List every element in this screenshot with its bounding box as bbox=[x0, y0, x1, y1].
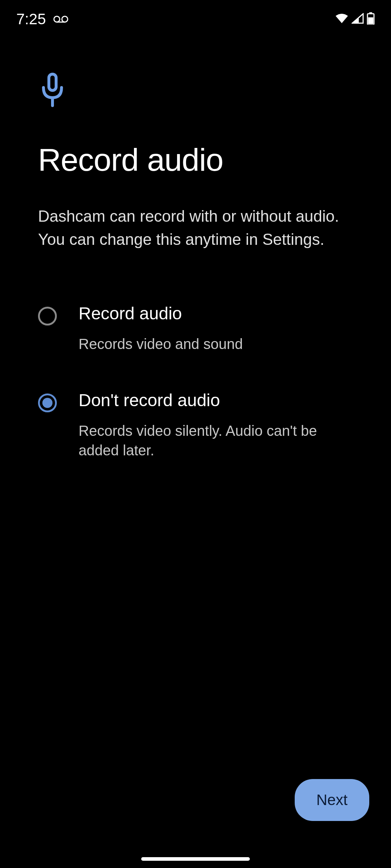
next-button[interactable]: Next bbox=[295, 779, 369, 821]
page-title: Record audio bbox=[38, 142, 353, 178]
radio-button[interactable] bbox=[38, 393, 57, 412]
radio-content: Don't record audio Records video silentl… bbox=[79, 390, 353, 460]
navigation-bar-handle[interactable] bbox=[141, 857, 250, 861]
radio-label: Don't record audio bbox=[79, 390, 353, 411]
cellular-icon bbox=[352, 13, 364, 25]
footer: Next bbox=[295, 779, 369, 821]
wifi-icon bbox=[335, 13, 349, 25]
status-bar: 7:25 bbox=[0, 0, 391, 33]
status-right bbox=[335, 12, 375, 26]
radio-group: Record audio Records video and sound Don… bbox=[38, 303, 353, 460]
svg-rect-6 bbox=[49, 74, 56, 90]
page-description: Dashcam can record with or without audio… bbox=[38, 205, 353, 251]
svg-rect-5 bbox=[368, 17, 373, 24]
status-left: 7:25 bbox=[16, 10, 68, 28]
voicemail-icon bbox=[53, 16, 68, 23]
svg-point-0 bbox=[54, 16, 60, 22]
microphone-icon bbox=[38, 72, 353, 110]
battery-icon bbox=[367, 12, 375, 26]
radio-sublabel: Records video silently. Audio can't be a… bbox=[79, 421, 353, 460]
svg-point-1 bbox=[62, 16, 68, 22]
option-record-audio[interactable]: Record audio Records video and sound bbox=[38, 303, 353, 354]
option-dont-record-audio[interactable]: Don't record audio Records video silentl… bbox=[38, 390, 353, 460]
radio-sublabel: Records video and sound bbox=[79, 334, 353, 354]
status-time: 7:25 bbox=[16, 10, 46, 28]
radio-label: Record audio bbox=[79, 303, 353, 324]
radio-button[interactable] bbox=[38, 307, 57, 326]
radio-content: Record audio Records video and sound bbox=[79, 303, 353, 354]
main-content: Record audio Dashcam can record with or … bbox=[0, 33, 391, 460]
